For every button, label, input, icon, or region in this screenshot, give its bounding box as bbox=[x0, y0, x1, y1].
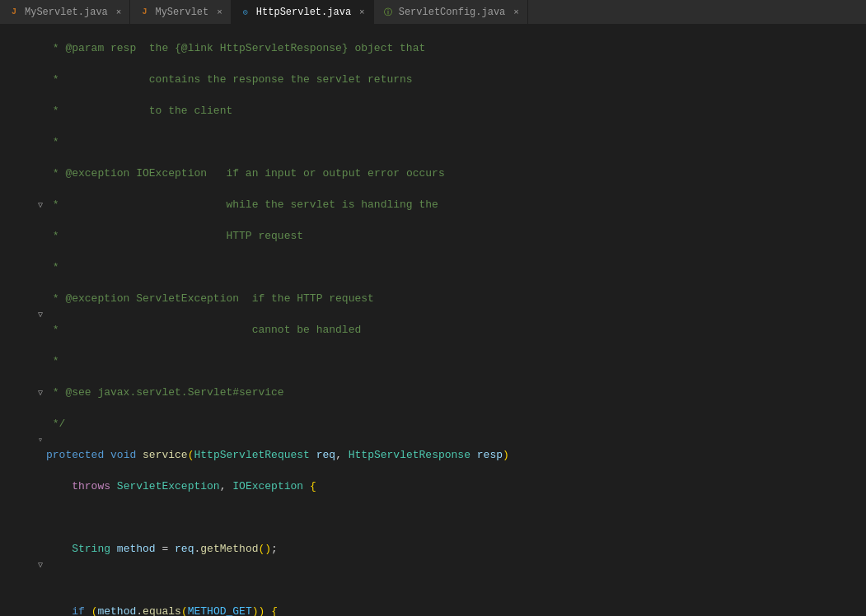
fold-11 bbox=[35, 181, 46, 197]
line-11: * bbox=[46, 353, 850, 369]
line-7: * HTTP request bbox=[46, 228, 850, 244]
fold-5 bbox=[35, 87, 46, 103]
ln-26 bbox=[3, 416, 26, 432]
servlet-icon: ⊙ bbox=[240, 7, 251, 18]
tab-close-myservlet[interactable]: × bbox=[217, 7, 222, 17]
ln-10 bbox=[3, 166, 26, 181]
editor-area: ▽ ▽ ▽ ▿ bbox=[0, 25, 866, 616]
ln-36 bbox=[3, 572, 26, 588]
fold-15 bbox=[35, 244, 46, 259]
fold-32 bbox=[35, 510, 46, 525]
ln-8 bbox=[3, 134, 26, 150]
ln-3 bbox=[3, 56, 26, 72]
fold-16 bbox=[35, 259, 46, 275]
fold-column: ▽ ▽ ▽ ▿ bbox=[35, 25, 46, 616]
ln-28 bbox=[3, 447, 26, 463]
ln-29 bbox=[3, 463, 26, 478]
ln-12 bbox=[3, 197, 26, 212]
tab-label-2: MyServlet bbox=[155, 7, 208, 18]
tab-close-httpservlet[interactable]: × bbox=[359, 7, 365, 17]
ln-35 bbox=[3, 557, 26, 572]
fold-33 bbox=[35, 525, 46, 541]
ln-34 bbox=[3, 541, 26, 557]
fold-19[interactable]: ▽ bbox=[35, 306, 46, 322]
ln-27 bbox=[3, 432, 26, 447]
fold-35[interactable]: ▽ bbox=[35, 557, 46, 572]
tab-httpservlet-java[interactable]: ⊙ HttpServlet.java × bbox=[232, 0, 374, 24]
fold-6 bbox=[35, 103, 46, 119]
fold-28 bbox=[35, 447, 46, 463]
fold-8 bbox=[35, 134, 46, 150]
ln-19 bbox=[3, 306, 26, 322]
ln-13 bbox=[3, 212, 26, 228]
fold-13 bbox=[35, 212, 46, 228]
tab-servletconfig-java[interactable]: ⓘ ServletConfig.java × bbox=[374, 0, 528, 24]
fold-34 bbox=[35, 541, 46, 557]
fold-9 bbox=[35, 150, 46, 166]
ln-31 bbox=[3, 494, 26, 510]
fold-14 bbox=[35, 228, 46, 244]
ln-9 bbox=[3, 150, 26, 166]
line-10: * cannot be handled bbox=[46, 322, 850, 338]
ln-24 bbox=[3, 385, 26, 400]
fold-36 bbox=[35, 572, 46, 588]
tab-close-myservlet-java[interactable]: × bbox=[116, 7, 122, 17]
tab-label-4: ServletConfig.java bbox=[399, 7, 506, 18]
line-12: * @see javax.servlet.Servlet#service bbox=[46, 385, 850, 400]
ln-30 bbox=[3, 478, 26, 494]
ln-18 bbox=[3, 291, 26, 306]
java-icon: J bbox=[8, 7, 20, 18]
fold-2 bbox=[35, 40, 46, 56]
ln-5 bbox=[3, 87, 26, 103]
fold-29 bbox=[35, 463, 46, 478]
fold-7 bbox=[35, 119, 46, 134]
fold-37 bbox=[35, 588, 46, 604]
tab-close-servletconfig[interactable]: × bbox=[513, 7, 519, 17]
fold-17 bbox=[35, 275, 46, 291]
line-16 bbox=[46, 510, 850, 525]
line-17: String method = req.getMethod(); bbox=[46, 541, 850, 557]
ln-4 bbox=[3, 72, 26, 87]
ln-25 bbox=[3, 400, 26, 416]
line-8: * bbox=[46, 259, 850, 275]
fold-26 bbox=[35, 416, 46, 432]
line-19: if (method.equals(METHOD_GET)) { bbox=[46, 604, 850, 616]
ln-15 bbox=[3, 244, 26, 259]
ln-38 bbox=[3, 604, 26, 616]
fold-10 bbox=[35, 166, 46, 181]
fold-3 bbox=[35, 56, 46, 72]
code-content: * @param resp the {@link HttpServletResp… bbox=[46, 25, 866, 616]
ln-22 bbox=[3, 353, 26, 369]
fold-18 bbox=[35, 291, 46, 306]
line-5: * @exception IOException if an input or … bbox=[46, 166, 850, 181]
fold-27[interactable]: ▿ bbox=[35, 432, 46, 447]
fold-23 bbox=[35, 369, 46, 385]
ln-32 bbox=[3, 510, 26, 525]
fold-25 bbox=[35, 400, 46, 416]
fold-31 bbox=[35, 494, 46, 510]
ln-14 bbox=[3, 228, 26, 244]
line-13: */ bbox=[46, 416, 850, 432]
line-14: protected void service(HttpServletReques… bbox=[46, 447, 850, 463]
ln-20 bbox=[3, 322, 26, 338]
tab-myservlet[interactable]: J MyServlet × bbox=[130, 0, 231, 24]
fold-4 bbox=[35, 72, 46, 87]
fold-12[interactable]: ▽ bbox=[35, 197, 46, 212]
ln-7 bbox=[3, 119, 26, 134]
ln-16 bbox=[3, 259, 26, 275]
fold-30 bbox=[35, 478, 46, 494]
line-18 bbox=[46, 572, 850, 588]
line-4: * bbox=[46, 134, 850, 150]
fold-24[interactable]: ▽ bbox=[35, 385, 46, 400]
interface-icon: ⓘ bbox=[382, 7, 394, 18]
line-15: throws ServletException, IOException { bbox=[46, 478, 850, 494]
fold-22 bbox=[35, 353, 46, 369]
ln-23 bbox=[3, 369, 26, 385]
ln-21 bbox=[3, 338, 26, 353]
fold-1 bbox=[35, 25, 46, 40]
ln-17 bbox=[3, 275, 26, 291]
tab-bar: J MyServlet.java × J MyServlet × ⊙ HttpS… bbox=[0, 0, 866, 25]
code-area[interactable]: ▽ ▽ ▽ ▿ bbox=[0, 25, 866, 616]
line-1: * @param resp the {@link HttpServletResp… bbox=[46, 40, 850, 56]
tab-myservlet-java[interactable]: J MyServlet.java × bbox=[0, 0, 130, 24]
